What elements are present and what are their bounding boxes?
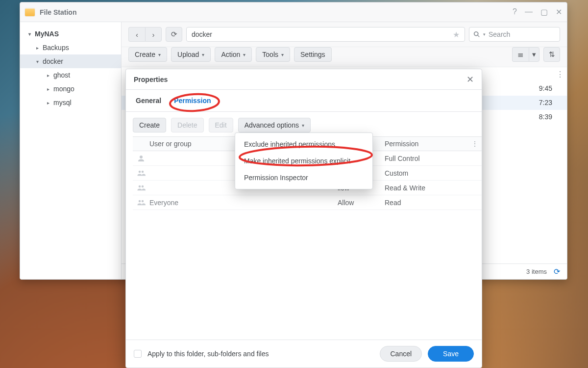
- dialog-tabs: General Permission: [126, 90, 482, 112]
- menu-permission-inspector[interactable]: Permission Inspector: [235, 169, 372, 186]
- help-icon[interactable]: ?: [513, 7, 517, 17]
- tree-item-label: mongo: [53, 85, 74, 93]
- forward-button[interactable]: ›: [145, 27, 162, 42]
- chevron-down-icon: ▾: [26, 31, 33, 37]
- perm-create-button[interactable]: Create: [133, 118, 166, 132]
- item-count: 3 items: [526, 268, 547, 275]
- menu-exclude-inherited[interactable]: Exclude inherited permissions: [235, 136, 372, 153]
- favorite-star-icon[interactable]: ★: [453, 30, 460, 39]
- path-text: docker: [192, 30, 212, 38]
- save-button[interactable]: Save: [428, 346, 474, 362]
- action-button[interactable]: Action▾: [215, 47, 252, 62]
- group-icon: [133, 198, 149, 207]
- modified-time: 7:23: [539, 96, 552, 109]
- apply-recursive-label: Apply to this folder, sub-folders and fi…: [147, 350, 269, 358]
- chevron-right-icon: ▸: [34, 45, 41, 51]
- reload-button[interactable]: ⟳: [166, 27, 182, 42]
- minimize-icon[interactable]: —: [525, 7, 533, 17]
- chevron-right-icon: ▸: [45, 86, 51, 92]
- dialog-footer: Apply to this folder, sub-folders and fi…: [126, 340, 482, 368]
- chevron-right-icon: ▸: [45, 100, 51, 105]
- path-input[interactable]: docker ★: [186, 27, 465, 42]
- search-icon: [473, 31, 480, 38]
- upload-button[interactable]: Upload▾: [171, 47, 211, 62]
- search-input[interactable]: ▾ Search: [469, 27, 560, 42]
- action-toolbar: Create▾ Upload▾ Action▾ Tools▾ Settings …: [122, 47, 567, 67]
- col-permission: Permission: [385, 140, 468, 148]
- group-icon: [133, 169, 149, 178]
- back-button[interactable]: ‹: [128, 27, 145, 42]
- tab-general[interactable]: General: [135, 90, 162, 111]
- tree-item-mongo[interactable]: ▸ mongo: [20, 82, 121, 96]
- tree-item-mysql[interactable]: ▸ mysql: [20, 96, 121, 109]
- modified-time: 8:39: [539, 110, 552, 124]
- tree-item-label: ghost: [53, 71, 70, 79]
- create-button[interactable]: Create▾: [128, 47, 167, 62]
- modified-time: 9:45: [539, 81, 552, 95]
- tree-item-label: mysql: [53, 99, 72, 106]
- refresh-icon[interactable]: ⟳: [554, 267, 560, 276]
- permission-toolbar: Create Delete Edit Advanced options▾ Exc…: [126, 112, 482, 136]
- view-options-button[interactable]: ▾: [529, 47, 539, 62]
- app-folder-icon: [25, 8, 35, 16]
- app-title: File Station: [40, 8, 76, 16]
- perm-edit-button: Edit: [209, 118, 233, 132]
- columns-menu-icon[interactable]: ⋮: [556, 70, 564, 79]
- search-options-caret-icon[interactable]: ▾: [483, 32, 486, 37]
- maximize-icon[interactable]: ▢: [540, 7, 548, 17]
- permission-row[interactable]: Everyone Allow Read: [133, 195, 482, 210]
- tree-root-label: MyNAS: [35, 30, 59, 38]
- nav-toolbar: ‹ › ⟳ docker ★ ▾ Search: [122, 22, 567, 47]
- cancel-button[interactable]: Cancel: [380, 346, 422, 362]
- tree-root[interactable]: ▾ MyNAS: [20, 27, 121, 41]
- chevron-right-icon: ▸: [45, 73, 51, 78]
- advanced-options-menu: Exclude inherited permissions Make inher…: [235, 132, 373, 189]
- tree-item-ghost[interactable]: ▸ ghost: [20, 68, 121, 82]
- dialog-title: Properties: [134, 76, 168, 83]
- chevron-down-icon: ▾: [34, 59, 41, 64]
- menu-make-explicit[interactable]: Make inherited permissions explicit: [235, 153, 372, 169]
- tree-item-label: docker: [43, 57, 63, 65]
- table-columns-menu-icon[interactable]: ⋮: [468, 140, 482, 148]
- folder-tree: ▾ MyNAS ▸ Backups ▾ docker ▸ ghost ▸ mon…: [20, 22, 122, 279]
- sort-button[interactable]: ⇅: [543, 47, 560, 62]
- dialog-close-icon[interactable]: ✕: [466, 74, 474, 85]
- properties-dialog: Properties ✕ General Permission Create D…: [125, 69, 482, 368]
- apply-recursive-checkbox[interactable]: [134, 350, 142, 358]
- perm-delete-button: Delete: [171, 118, 203, 132]
- search-placeholder: Search: [489, 30, 510, 38]
- tree-item-label: Backups: [43, 44, 69, 52]
- close-icon[interactable]: ✕: [556, 7, 562, 17]
- settings-button[interactable]: Settings: [294, 47, 332, 62]
- tree-item-docker[interactable]: ▾ docker: [20, 54, 121, 68]
- advanced-options-button[interactable]: Advanced options▾: [238, 118, 311, 132]
- tree-item-backups[interactable]: ▸ Backups: [20, 41, 121, 54]
- group-icon: [133, 184, 149, 192]
- tab-permission[interactable]: Permission: [173, 90, 212, 111]
- titlebar: File Station ? — ▢ ✕: [20, 2, 567, 22]
- view-list-button[interactable]: ≣: [512, 47, 529, 62]
- tools-button[interactable]: Tools▾: [256, 47, 290, 62]
- user-icon: [133, 154, 149, 163]
